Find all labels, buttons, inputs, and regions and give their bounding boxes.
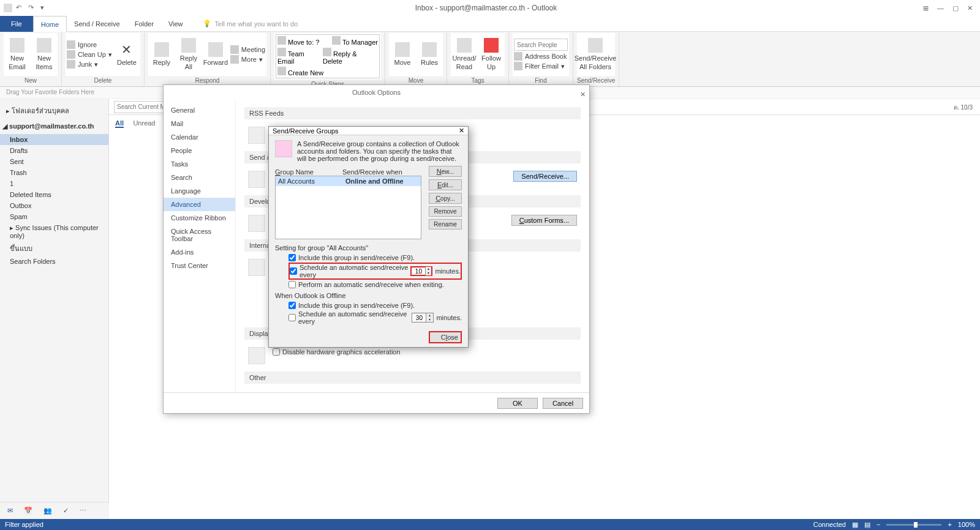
- sr-close-icon[interactable]: ✕: [459, 127, 464, 135]
- view-normal-icon[interactable]: ▦: [852, 521, 858, 529]
- filter-icon: [514, 62, 522, 70]
- group-label: Respond: [148, 76, 266, 85]
- filteremail-button[interactable]: Filter Email▾: [514, 62, 568, 70]
- opt-nav-general[interactable]: General: [164, 103, 235, 117]
- folder-search[interactable]: Search Folders: [0, 256, 108, 267]
- folder-outbox[interactable]: Outbox: [0, 200, 108, 211]
- folder-sync[interactable]: ▸ Sync Issues (This computer only): [0, 222, 108, 241]
- reply-icon: [154, 42, 169, 57]
- unread-button[interactable]: Unread/ Read: [452, 38, 477, 70]
- tab-view[interactable]: View: [161, 16, 190, 32]
- tab-sendreceive[interactable]: Send / Receive: [67, 16, 127, 32]
- opt-nav-ribbon[interactable]: Customize Ribbon: [164, 211, 235, 225]
- folder-deleted[interactable]: Deleted Items: [0, 189, 108, 200]
- folder-1[interactable]: 1: [0, 178, 108, 189]
- opt-nav-people[interactable]: People: [164, 144, 235, 157]
- zoom-out-icon[interactable]: −: [876, 521, 880, 528]
- ribbon-options-icon[interactable]: ⊞: [923, 4, 929, 12]
- customforms-button[interactable]: CCustom Forms...ustom Forms...: [511, 215, 577, 226]
- opt-nav-trust[interactable]: Trust Center: [164, 259, 235, 272]
- filter-all[interactable]: All: [115, 119, 124, 128]
- tab-home[interactable]: Home: [33, 16, 67, 32]
- close-icon[interactable]: ✕: [967, 4, 973, 12]
- chk-schedule-offline[interactable]: Schedule an automatic send/receive every…: [288, 310, 462, 325]
- meta-count: ด. 10/3: [954, 103, 973, 112]
- opt-nav-tasks[interactable]: Tasks: [164, 157, 235, 171]
- sr-remove-button[interactable]: Remove: [429, 206, 462, 217]
- calendar-icon[interactable]: 📅: [24, 507, 32, 515]
- chk-include-online[interactable]: Include this group in send/receive (F9).: [288, 254, 462, 261]
- options-cancel-button[interactable]: Cancel: [543, 398, 583, 409]
- chk-include-offline[interactable]: Include this group in send/receive (F9).: [288, 302, 462, 309]
- delete-button[interactable]: ✕Delete: [115, 42, 139, 67]
- addressbook-button[interactable]: Address Book: [514, 52, 568, 61]
- tell-me[interactable]: 💡Tell me what you want to do: [203, 20, 298, 28]
- nav-section[interactable]: ▸ โฟลเดอร์ส่วนบุคคล: [0, 103, 108, 119]
- chk-exit[interactable]: Perform an automatic send/receive when e…: [288, 281, 462, 288]
- dropdown-icon[interactable]: ▾: [40, 4, 49, 12]
- quicksteps-list[interactable]: Move to: ? To Manager Team Email Reply &…: [276, 34, 380, 78]
- opt-nav-calendar[interactable]: Calendar: [164, 130, 235, 144]
- reply-button[interactable]: Reply: [149, 42, 174, 67]
- qat-icon[interactable]: [4, 4, 12, 12]
- search-people-input[interactable]: [514, 39, 568, 51]
- redo-icon[interactable]: ↷: [28, 4, 37, 12]
- opt-nav-advanced[interactable]: Advanced: [164, 198, 235, 211]
- sr-group-list[interactable]: All AccountsOnline and Offline: [275, 176, 421, 239]
- tasks-icon[interactable]: ✓: [63, 507, 69, 515]
- opt-nav-search[interactable]: Search: [164, 171, 235, 184]
- ignore-button[interactable]: Ignore: [67, 40, 112, 49]
- more-icon: [230, 55, 239, 64]
- new-email-button[interactable]: New Email: [5, 38, 29, 70]
- new-items-button[interactable]: New Items: [32, 38, 56, 70]
- disable-hw-checkbox[interactable]: Disable hardware graphics acceleration: [273, 348, 577, 356]
- folder-trash[interactable]: Trash: [0, 167, 108, 178]
- sr-rename-button[interactable]: Rename: [429, 219, 462, 230]
- sr-edit-button[interactable]: Edit...: [429, 179, 462, 190]
- people-icon[interactable]: 👥: [43, 507, 52, 515]
- sendreceive-button[interactable]: Send/Receive...: [513, 171, 577, 182]
- forward-button[interactable]: Forward: [203, 42, 228, 67]
- schedule-online-spin[interactable]: ▴▾: [410, 266, 432, 276]
- folder-thai[interactable]: ขึ้นแบบ: [0, 241, 108, 256]
- sendreceive-all-button[interactable]: Send/Receive All Folders: [578, 38, 612, 70]
- options-ok-button[interactable]: OK: [497, 398, 538, 409]
- folder-nav: ▸ โฟลเดอร์ส่วนบุคคล ◢ support@mailmaster…: [0, 99, 109, 503]
- rules-button[interactable]: Rules: [417, 42, 442, 67]
- nav-account[interactable]: ◢ support@mailmaster.co.th: [0, 119, 108, 134]
- meeting-button[interactable]: Meeting: [230, 45, 265, 54]
- opt-nav-addins[interactable]: Add-ins: [164, 245, 235, 259]
- move-button[interactable]: Move: [390, 42, 415, 67]
- folder-inbox[interactable]: Inbox: [0, 134, 108, 145]
- more-button[interactable]: More▾: [230, 55, 265, 64]
- mail-icon[interactable]: ✉: [7, 507, 13, 515]
- zoom-slider[interactable]: [886, 524, 941, 526]
- window-title: Inbox - support@mailmaster.co.th - Outlo…: [49, 4, 923, 12]
- folder-drafts[interactable]: Drafts: [0, 145, 108, 156]
- folder-spam[interactable]: Spam: [0, 211, 108, 222]
- more-icon[interactable]: ⋯: [80, 507, 86, 515]
- sr-close-button[interactable]: Close: [429, 331, 462, 343]
- group-label: Find: [513, 76, 569, 85]
- opt-nav-mail[interactable]: Mail: [164, 117, 235, 130]
- replyall-button[interactable]: Reply All: [176, 38, 201, 70]
- sr-group-row[interactable]: All AccountsOnline and Offline: [276, 176, 421, 186]
- opt-nav-language[interactable]: Language: [164, 184, 235, 198]
- sr-new-button[interactable]: New...: [429, 166, 462, 177]
- folder-sent[interactable]: Sent: [0, 156, 108, 167]
- schedule-offline-spin[interactable]: ▴▾: [412, 313, 434, 323]
- opt-nav-qat[interactable]: Quick Access Toolbar: [164, 225, 235, 245]
- followup-button[interactable]: Follow Up: [479, 38, 503, 70]
- tab-file[interactable]: File: [0, 16, 33, 32]
- zoom-in-icon[interactable]: +: [948, 521, 951, 528]
- view-reading-icon[interactable]: ▤: [864, 521, 870, 529]
- sr-copy-button[interactable]: Copy...: [429, 193, 462, 204]
- chk-schedule-online[interactable]: Schedule an automatic send/receive every…: [288, 263, 462, 280]
- minimize-icon[interactable]: ―: [937, 4, 944, 12]
- maximize-icon[interactable]: ▢: [952, 4, 959, 12]
- junk-button[interactable]: Junk▾: [67, 60, 112, 69]
- filter-unread[interactable]: Unread: [133, 119, 155, 127]
- cleanup-button[interactable]: Clean Up▾: [67, 50, 112, 59]
- undo-icon[interactable]: ↶: [16, 4, 24, 12]
- tab-folder[interactable]: Folder: [127, 16, 161, 32]
